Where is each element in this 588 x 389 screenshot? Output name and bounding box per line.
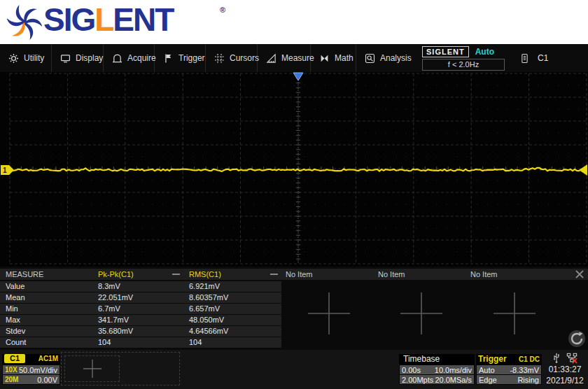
descriptor-bar: C1 AC1M 10X 50.0mV/div 20M 0.00V Timebas… [0,350,588,389]
add-channel-slot[interactable] [64,355,120,382]
measurement-5-header[interactable]: No Item [470,269,498,280]
channel-offset: 0.00V [37,376,57,384]
menu-acquire[interactable]: Acquire [104,44,155,72]
trigger-type: Edge [479,376,497,384]
active-channel-label[interactable]: C1 [538,53,548,63]
measure-row-max: Max 341.7mV 48.050mV [0,315,281,325]
system-time: 01:33:27 [543,364,587,375]
brand-label: SIGLENT [422,46,469,57]
trigger-mode: Auto [479,366,495,374]
channel-add-zone [61,352,180,386]
trigger-source: C1 DC [519,354,540,365]
measure-row-stdev: Stdev 35.680mV 4.64566mV [0,326,281,337]
volts-per-div: 50.0mV/div [19,366,57,374]
trigger-status-cluster[interactable]: SIGLENT Auto f < 2.0Hz [422,44,505,72]
cursors-icon [214,53,225,64]
probe-attenuation: 10X [5,366,18,374]
row-label: Min [6,304,18,314]
measurement-1-header[interactable]: Pk-Pk(C1) [98,269,134,280]
pkpk-min: 6.7mV [98,304,120,314]
menu-label: Analysis [380,53,412,63]
menu-label: Trigger [178,53,205,63]
acquire-icon [112,53,122,64]
menu-bar: Utility Display Acquire Trigger Cursors … [0,44,588,72]
trigger-level-marker[interactable] [579,164,587,176]
bandwidth-limit: 20M [5,376,18,383]
add-channel-plus-icon [82,358,103,379]
flag-icon [163,53,174,64]
measure-header-row: MEASURE Pk-Pk(C1) RMS(C1) No Item No Ite… [0,269,588,280]
row-label: Max [6,315,20,325]
rms-mean: 8.60357mV [189,292,228,303]
menu-analysis[interactable]: Analysis [356,44,418,72]
pkpk-max: 341.7mV [98,315,129,325]
channel-coupling: AC1M [38,355,58,362]
sample-rate: 20.0MSa/s [435,376,472,384]
registered-mark: ® [220,6,225,14]
pkpk-mean: 22.051mV [98,292,133,303]
measure-row-value: Value 8.3mV 6.921mV [0,281,281,292]
measure-title: MEASURE [6,269,43,280]
frequency-counter: f < 2.0Hz [422,59,505,71]
clock-area: 01:33:27 2021/9/12 [543,352,587,387]
remove-measurement-1-icon[interactable] [172,274,180,275]
row-label: Count [6,337,26,348]
timebase-descriptor[interactable]: Timebase 0.00s 10.0ms/div 2.00Mpts 20.0M… [399,354,475,385]
timebase-delay: 0.00s [402,366,421,374]
menu-label: Utility [24,53,44,63]
analysis-icon [365,53,375,64]
siglent-logo-text: SIGLENT [43,1,173,38]
measurement-3-header[interactable]: No Item [286,269,313,280]
menu-measure[interactable]: Measure [258,44,311,72]
measurement-2-header[interactable]: RMS(C1) [189,269,221,280]
rms-value: 6.921mV [189,281,220,292]
channel-marker-number: 1 [3,167,7,174]
menu-utility[interactable]: Utility [0,44,52,72]
add-measurement-4-icon[interactable] [398,290,444,337]
menu-label: Acquire [127,53,156,63]
menu-trigger[interactable]: Trigger [155,44,206,72]
pkpk-stdev: 35.680mV [98,326,133,337]
menu-math[interactable]: Math [311,44,356,72]
trigger-position-marker[interactable] [293,73,303,80]
measure-panel: MEASURE Pk-Pk(C1) RMS(C1) No Item No Ite… [0,267,588,350]
menu-cursors[interactable]: Cursors [206,44,258,72]
trigger-level: -8.33mV [510,366,539,374]
add-measurement-5-icon[interactable] [491,290,538,337]
menu-label: Cursors [230,53,259,63]
measurement-4-header[interactable]: No Item [378,269,405,280]
timebase-title: Timebase [403,354,440,365]
menu-label: Measure [281,53,314,63]
math-icon [319,53,330,64]
trigger-descriptor[interactable]: Trigger C1 DC Auto -8.33mV Edge Rising [476,354,542,385]
menu-display[interactable]: Display [52,44,104,72]
acquisition-mode-badge: Auto [475,47,494,57]
usb-icon [552,353,561,364]
close-measure-panel-icon[interactable] [575,269,584,279]
siglent-swirl-icon [7,5,42,40]
menu-label: Display [76,53,103,63]
system-date: 2021/9/12 [543,375,587,386]
waveform-display: 1 [0,72,588,267]
network-disconnected-icon [566,353,578,364]
channel-1-badge[interactable]: C1 [4,354,25,363]
rms-count: 104 [189,337,202,348]
remove-measurement-2-icon[interactable] [270,274,278,275]
measure-row-min: Min 6.7mV 6.657mV [0,304,281,314]
channel-1-descriptor[interactable]: C1 AC1M 10X 50.0mV/div 20M 0.00V [2,354,60,385]
row-label: Stdev [6,326,25,337]
rms-stdev: 4.64566mV [189,326,228,337]
row-label: Value [6,281,24,292]
rms-min: 6.657mV [189,304,220,314]
channel-1-trace [10,168,585,171]
measure-row-count: Count 104 104 [0,337,281,348]
gear-icon [8,53,19,64]
memory-depth: 2.00Mpts [402,376,433,384]
reset-statistics-icon[interactable] [568,330,586,348]
add-measurement-3-icon[interactable] [306,290,352,337]
display-icon [60,53,71,64]
row-label: Mean [6,292,25,303]
timebase-scale: 10.0ms/div [435,366,472,374]
notification-list-icon[interactable] [520,52,529,64]
pkpk-value: 8.3mV [98,281,120,292]
